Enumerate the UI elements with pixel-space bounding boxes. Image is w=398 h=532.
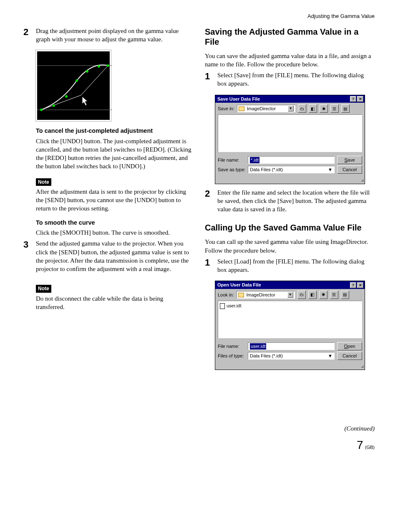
files-of-type-dropdown[interactable]: Data Files (*.idt) ▼ xyxy=(248,352,335,360)
file-name-label: File name: xyxy=(218,343,245,350)
type-value: Data Files (*.idt) xyxy=(250,353,283,359)
save-as-type-dropdown[interactable]: Data Files (*.idt) ▼ xyxy=(248,166,335,173)
note-label: Note xyxy=(36,178,51,186)
file-item-label: user.idt xyxy=(227,303,241,309)
svg-point-8 xyxy=(86,70,88,73)
step-text: Select [Load] from the [FILE] menu. The … xyxy=(217,257,375,274)
save-button[interactable]: Save xyxy=(337,156,362,164)
cancel-heading: To cancel the just-completed adjustment xyxy=(36,127,193,135)
folder-name: ImageDirector xyxy=(247,106,276,112)
file-name-value: *.idt xyxy=(250,157,259,163)
saving-intro: You can save the adjusted gamma value da… xyxy=(205,52,375,69)
step-text: Select [Save] from the [FILE] menu. The … xyxy=(217,71,375,88)
cancel-button[interactable]: Cancel xyxy=(337,165,362,174)
note1-body: After the adjustment data is sent to the… xyxy=(36,187,193,213)
look-in-dropdown[interactable]: ImageDirector ▼ xyxy=(237,291,295,299)
folder-icon xyxy=(238,293,244,297)
step-text: Enter the file name and select the locat… xyxy=(217,188,375,214)
type-value: Data Files (*.idt) xyxy=(250,167,283,173)
left-column: 2 Drag the adjustment point displayed on… xyxy=(23,24,193,375)
svg-point-5 xyxy=(53,104,55,107)
file-name-input[interactable]: *.idt xyxy=(248,156,335,164)
up-one-level-button[interactable]: 🗀 xyxy=(298,104,306,113)
save-dialog: Save User Data File ? ✕ Save in: ImageDi… xyxy=(215,95,365,184)
save-in-dropdown[interactable]: ImageDirector ▼ xyxy=(237,105,295,112)
file-item[interactable]: user.idt xyxy=(220,303,360,309)
step-2: 2 Drag the adjustment point displayed on… xyxy=(23,27,193,46)
smooth-heading: To smooth the curve xyxy=(36,219,193,227)
look-in-label: Look in: xyxy=(218,292,234,298)
step-number: 2 xyxy=(205,188,213,216)
smooth-body: Click the [SMOOTH] button. The curve is … xyxy=(36,228,193,237)
page-number: 7 (GB) xyxy=(23,437,375,453)
step-3: 3 Send the adjusted gamma value to the p… xyxy=(23,239,193,276)
new-folder-button[interactable]: ✱ xyxy=(320,104,328,113)
file-list[interactable] xyxy=(218,114,362,152)
close-button[interactable]: ✕ xyxy=(357,282,363,288)
saving-step-2: 2 Enter the file name and select the loc… xyxy=(205,188,375,216)
svg-point-6 xyxy=(65,95,68,98)
step-number: 1 xyxy=(205,71,213,91)
chevron-down-icon[interactable]: ▼ xyxy=(328,167,333,173)
svg-point-9 xyxy=(98,65,100,68)
chevron-down-icon[interactable]: ▼ xyxy=(288,106,294,111)
open-button[interactable]: Open xyxy=(337,342,362,350)
files-of-type-label: Files of type: xyxy=(218,353,245,359)
save-in-label: Save in: xyxy=(218,106,234,112)
step-text: Send the adjusted gamma value to the pro… xyxy=(36,239,193,273)
cancel-button[interactable]: Cancel xyxy=(337,352,362,360)
step-text: Drag the adjustment point displayed on t… xyxy=(36,27,193,44)
list-view-button[interactable]: ☰ xyxy=(330,291,338,299)
svg-point-7 xyxy=(76,79,78,82)
details-view-button[interactable]: ▤ xyxy=(341,104,350,113)
file-name-value: user.idt xyxy=(250,343,266,350)
list-view-button[interactable]: ☰ xyxy=(330,104,339,113)
resize-grip[interactable]: ◢ xyxy=(215,364,365,370)
open-dialog: Open User Data File ? ✕ Look in: ImageDi… xyxy=(215,281,365,370)
step-number: 2 xyxy=(23,27,32,46)
new-folder-button[interactable]: ✱ xyxy=(319,291,327,299)
save-as-type-label: Save as type: xyxy=(218,167,245,173)
calling-step-1: 1 Select [Load] from the [FILE] menu. Th… xyxy=(205,257,375,277)
continued-marker: (Continued) xyxy=(23,424,375,433)
calling-intro: You can call up the saved gamma value fi… xyxy=(205,238,375,255)
calling-title: Calling Up the Saved Gamma Value File xyxy=(205,223,375,233)
dialog-titlebar: Save User Data File ? ✕ xyxy=(215,95,365,103)
saving-step-1: 1 Select [Save] from the [FILE] menu. Th… xyxy=(205,71,375,91)
right-column: Saving the Adjusted Gamma Value in a Fil… xyxy=(205,24,375,375)
up-one-level-button[interactable]: 🗀 xyxy=(297,291,306,299)
cancel-body: Click the [UNDO] button. The just-comple… xyxy=(36,137,193,171)
file-list[interactable]: user.idt xyxy=(218,301,362,338)
details-view-button[interactable]: ▤ xyxy=(341,291,349,299)
page-region: (GB) xyxy=(365,445,375,450)
folder-name: ImageDirector xyxy=(247,292,275,298)
close-button[interactable]: ✕ xyxy=(357,96,363,102)
dialog-title: Open User Data File xyxy=(217,282,261,288)
svg-point-4 xyxy=(40,109,43,111)
document-icon xyxy=(220,303,225,309)
help-button[interactable]: ? xyxy=(350,96,356,102)
gamma-graph xyxy=(36,50,111,121)
dialog-titlebar: Open User Data File ? ✕ xyxy=(215,281,365,289)
svg-point-10 xyxy=(107,64,109,67)
note-label: Note xyxy=(36,285,51,292)
file-name-label: File name: xyxy=(218,157,245,163)
step-number: 3 xyxy=(23,239,32,276)
file-name-input[interactable]: user.idt xyxy=(248,342,335,350)
note2-body: Do not disconnect the cable while the da… xyxy=(36,294,193,312)
help-button[interactable]: ? xyxy=(350,282,356,288)
desktop-button[interactable]: ◧ xyxy=(308,291,317,299)
page-number-value: 7 xyxy=(357,438,363,451)
resize-grip[interactable]: ◢ xyxy=(215,177,365,183)
saving-title: Saving the Adjusted Gamma Value in a Fil… xyxy=(205,27,375,47)
chevron-down-icon[interactable]: ▼ xyxy=(328,353,333,359)
step-number: 1 xyxy=(205,257,213,277)
chevron-down-icon[interactable]: ▼ xyxy=(287,292,293,298)
dialog-title: Save User Data File xyxy=(217,96,260,102)
section-header: Adjusting the Gamma Value xyxy=(23,13,375,20)
desktop-button[interactable]: ◧ xyxy=(309,104,317,113)
folder-icon xyxy=(239,106,244,111)
svg-line-3 xyxy=(81,66,108,95)
